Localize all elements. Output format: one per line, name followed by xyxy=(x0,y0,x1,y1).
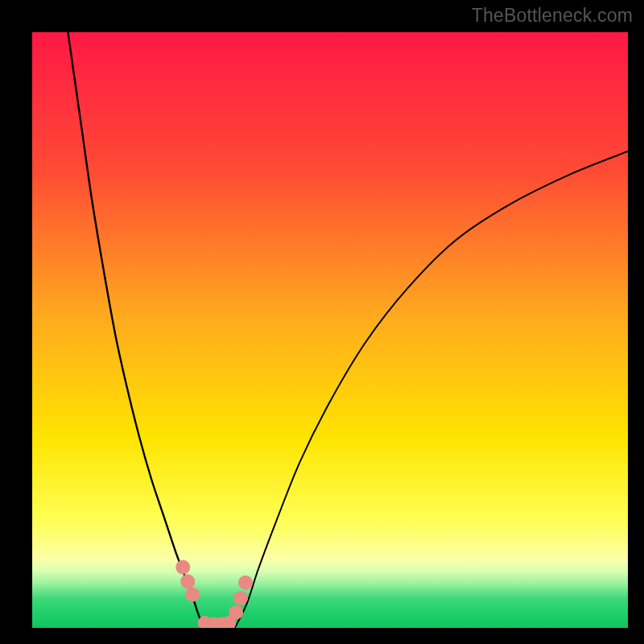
marker-dot xyxy=(175,560,190,575)
curve-left xyxy=(68,32,204,628)
marker-group xyxy=(175,560,253,628)
watermark-text: TheBottleneck.com xyxy=(472,5,633,27)
marker-dot xyxy=(180,574,195,588)
chart-frame: TheBottleneck.com xyxy=(0,0,644,644)
marker-dot xyxy=(233,591,248,605)
marker-dot xyxy=(185,588,200,602)
marker-dot xyxy=(229,605,243,620)
curves-layer xyxy=(32,32,628,628)
curve-right xyxy=(235,151,628,628)
marker-dot xyxy=(238,576,253,590)
plot-area xyxy=(32,32,628,628)
